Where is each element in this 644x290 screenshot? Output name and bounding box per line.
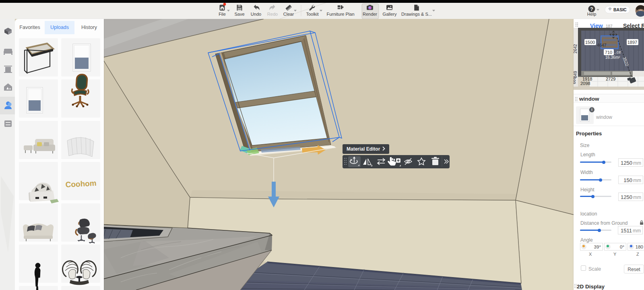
svg-text:710: 710 xyxy=(605,50,612,55)
svg-text:16.36m²: 16.36m² xyxy=(605,55,620,60)
svg-text:666: 666 xyxy=(574,77,576,84)
svg-text:Coohom: Coohom xyxy=(65,179,97,189)
svg-text:1897: 1897 xyxy=(627,40,637,45)
svg-text:2729: 2729 xyxy=(606,77,615,81)
svg-text:4647: 4647 xyxy=(597,43,607,48)
svg-text:1500: 1500 xyxy=(585,40,595,45)
svg-text:849: 849 xyxy=(574,71,578,78)
svg-text:BASIC: BASIC xyxy=(613,7,627,12)
svg-text:...ce: ...ce xyxy=(613,50,621,54)
svg-text:2098: 2098 xyxy=(580,81,590,86)
svg-text:Material Editor: Material Editor xyxy=(347,146,380,152)
svg-text:2642: 2642 xyxy=(574,44,578,54)
